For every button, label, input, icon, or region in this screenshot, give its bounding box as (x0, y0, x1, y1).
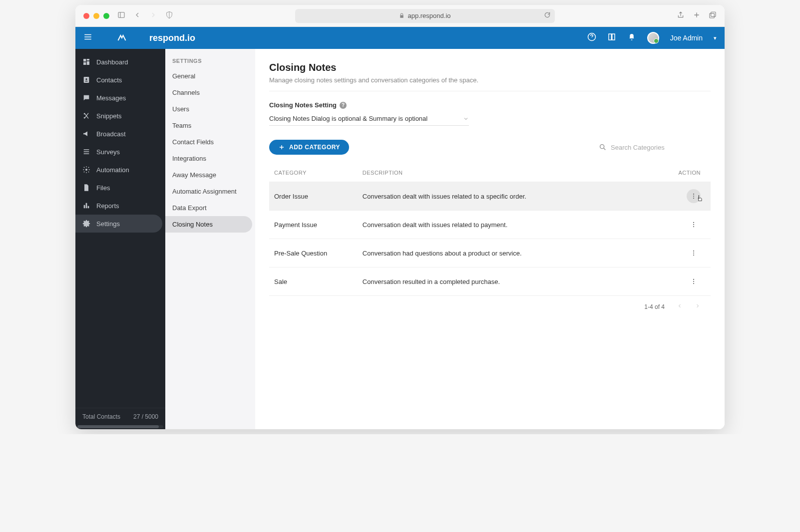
table-row[interactable]: Order Issue Conversation dealt with issu… (269, 182, 711, 211)
svg-rect-2 (711, 12, 716, 16)
nav-contacts[interactable]: Contacts (75, 71, 165, 89)
svg-point-13 (693, 196, 694, 197)
cell-category: Payment Issue (269, 211, 358, 239)
cursor-icon (696, 194, 704, 203)
sidebar-toggle-icon[interactable] (117, 11, 125, 21)
page-prev[interactable] (677, 303, 683, 310)
svg-point-17 (693, 226, 694, 227)
svg-point-6 (85, 78, 87, 80)
pagination-text: 1-4 of 4 (644, 303, 665, 310)
settings-contact-fields[interactable]: Contact Fields (165, 134, 255, 150)
nav-files[interactable]: Files (75, 179, 165, 197)
cell-description: Conversation had questions about a produ… (358, 239, 658, 267)
settings-closing-notes[interactable]: Closing Notes (165, 216, 252, 233)
bell-icon[interactable] (627, 32, 636, 43)
nav-label: Contacts (96, 76, 122, 84)
col-category: CATEGORY (269, 164, 358, 182)
search-categories[interactable] (599, 143, 711, 151)
nav-label: Dashboard (96, 58, 128, 66)
nav-label: Settings (96, 220, 120, 228)
primary-nav: Dashboard Contacts Messages Snippets Bro… (75, 49, 165, 429)
svg-point-14 (693, 198, 694, 199)
settings-general[interactable]: General (165, 68, 255, 84)
svg-point-9 (85, 169, 87, 171)
back-button[interactable] (133, 11, 141, 21)
nav-dashboard[interactable]: Dashboard (75, 53, 165, 71)
pagination: 1-4 of 4 (269, 295, 711, 310)
nav-automation[interactable]: Automation (75, 161, 165, 179)
maximize-window[interactable] (103, 13, 109, 19)
row-actions-button[interactable] (687, 246, 701, 260)
cell-category: Pre-Sale Question (269, 239, 358, 267)
menu-icon[interactable] (83, 32, 92, 43)
nav-snippets[interactable]: Snippets (75, 107, 165, 125)
settings-data-export[interactable]: Data Export (165, 200, 255, 216)
nav-label: Automation (96, 166, 129, 174)
row-actions-button[interactable] (687, 218, 701, 232)
cell-description: Conversation resulted in a completed pur… (358, 267, 658, 296)
cell-category: Sale (269, 267, 358, 296)
table-row[interactable]: Pre-Sale Question Conversation had quest… (269, 239, 711, 267)
page-next[interactable] (695, 303, 701, 310)
closing-notes-setting-select[interactable]: Closing Notes Dialog is optional & Summa… (269, 112, 469, 126)
refresh-icon[interactable] (544, 11, 551, 20)
settings-automatic-assignment[interactable]: Automatic Assignment (165, 183, 255, 200)
minimize-window[interactable] (93, 13, 99, 19)
nav-reports[interactable]: Reports (75, 197, 165, 215)
help-icon[interactable] (587, 32, 596, 43)
nav-surveys[interactable]: Surveys (75, 143, 165, 161)
col-action: ACTION (658, 164, 711, 182)
plus-icon (278, 144, 285, 151)
page-title: Closing Notes (269, 62, 711, 73)
brand-logo[interactable]: respond.io (99, 33, 195, 43)
settings-away-message[interactable]: Away Message (165, 167, 255, 183)
forward-button[interactable] (149, 11, 157, 21)
book-icon[interactable] (607, 32, 616, 43)
row-actions-button[interactable] (687, 274, 701, 288)
url-text: app.respond.io (407, 12, 450, 19)
search-input[interactable] (611, 144, 711, 151)
chevron-down-icon (463, 116, 469, 122)
lock-icon (399, 13, 404, 18)
svg-rect-0 (118, 12, 124, 17)
help-icon[interactable]: ? (340, 102, 347, 109)
settings-teams[interactable]: Teams (165, 117, 255, 134)
search-icon (599, 143, 607, 151)
table-row[interactable]: Sale Conversation resulted in a complete… (269, 267, 711, 296)
nav-label: Broadcast (96, 130, 126, 138)
share-icon[interactable] (677, 11, 685, 21)
new-tab-icon[interactable] (693, 11, 701, 21)
svg-point-19 (693, 253, 694, 254)
nav-settings[interactable]: Settings (75, 215, 162, 233)
svg-point-8 (84, 113, 85, 115)
select-value: Closing Notes Dialog is optional & Summa… (269, 115, 427, 122)
browser-chrome: app.respond.io (75, 5, 725, 27)
svg-point-21 (693, 279, 694, 280)
svg-point-23 (693, 283, 694, 284)
svg-point-7 (84, 117, 85, 119)
shield-icon[interactable] (165, 11, 173, 21)
chevron-down-icon[interactable]: ▾ (714, 35, 717, 41)
nav-messages[interactable]: Messages (75, 89, 165, 107)
settings-integrations[interactable]: Integrations (165, 150, 255, 167)
tabs-icon[interactable] (709, 11, 717, 21)
address-bar[interactable]: app.respond.io (295, 9, 555, 23)
user-name[interactable]: Joe Admin (670, 34, 703, 42)
cell-description: Conversation dealt with issues related t… (358, 211, 658, 239)
add-category-button[interactable]: ADD CATEGORY (269, 140, 349, 155)
close-window[interactable] (83, 13, 89, 19)
nav-broadcast[interactable]: Broadcast (75, 125, 165, 143)
svg-point-16 (693, 224, 694, 225)
svg-point-12 (693, 194, 694, 195)
scrollbar[interactable] (77, 425, 163, 428)
table-row[interactable]: Payment Issue Conversation dealt with is… (269, 211, 711, 239)
avatar[interactable] (647, 32, 659, 44)
divider (269, 91, 711, 91)
settings-users[interactable]: Users (165, 101, 255, 117)
nav-label: Snippets (96, 112, 122, 120)
svg-point-22 (693, 281, 694, 282)
setting-label: Closing Notes Setting ? (269, 101, 711, 109)
footer-label: Total Contacts (82, 413, 120, 420)
settings-channels[interactable]: Channels (165, 84, 255, 101)
nav-label: Files (96, 184, 110, 192)
